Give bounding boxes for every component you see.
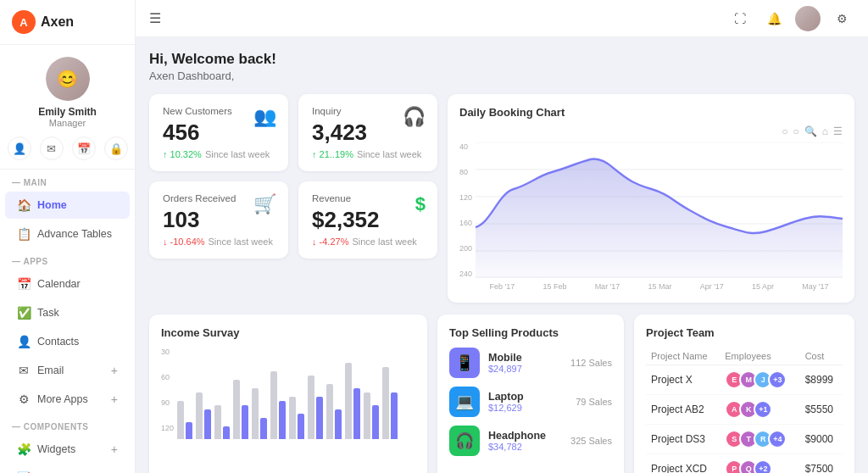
stat-card-orders: 🛒 Orders Received 103 ↓ -10.64%Since las… (149, 181, 288, 259)
revenue-label: Revenue (312, 193, 424, 203)
table-row: Project XCD P Q +2 $7500 (646, 454, 843, 474)
bar-blue-12 (391, 392, 398, 439)
headphone-sales: 325 Sales (570, 436, 612, 446)
stats-cards-group: 👥 New Customers 456 ↑ 10.32%Since last w… (149, 94, 437, 303)
bar-group-8 (308, 376, 323, 439)
project-ds3-employees: S T R +4 (720, 425, 799, 454)
chart-zoom-out-icon[interactable]: ○ (782, 125, 787, 137)
bar-blue-11 (372, 405, 379, 439)
sidebar-task-label: Task (37, 307, 59, 319)
bar-group-7 (289, 397, 304, 439)
email-expand-icon[interactable]: + (111, 364, 118, 377)
project-ab2-cost: $5550 (800, 395, 843, 425)
project-x-cost: $8999 (800, 365, 843, 395)
task-icon: ✅ (17, 306, 31, 320)
chart-menu-icon[interactable]: ☰ (833, 125, 843, 137)
user-profile-area: 😊 Emily Smith Manager 👤 ✉ 📅 🔒 (0, 45, 135, 170)
topbar-right: ⛶ 🔔 ⚙ (727, 6, 854, 31)
sidebar-item-widgets[interactable]: 🧩 Widgets + (5, 436, 130, 463)
sidebar-widgets-label: Widgets (37, 443, 75, 455)
booking-chart-svg-wrap: Feb '1715 FebMar '1715 MarApr '1715 AprM… (476, 142, 843, 291)
bar-blue-4 (242, 405, 248, 439)
top-products-title: Top Selling Products (449, 326, 612, 339)
sidebar-item-contacts[interactable]: 👤 Contacts (5, 328, 130, 355)
chart-search-icon[interactable]: 🔍 (804, 125, 817, 137)
bar-grey-1 (177, 401, 184, 439)
project-name-ab2: Project AB2 (646, 395, 720, 425)
col-cost: Cost (800, 348, 843, 365)
top-row: 👥 New Customers 456 ↑ 10.32%Since last w… (149, 94, 854, 303)
mobile-info: Mobile $24,897 (488, 352, 522, 374)
emp-badge-xcd: +2 (754, 459, 772, 473)
bar-group-6 (270, 371, 286, 439)
sidebar-item-email[interactable]: ✉ Email + (5, 357, 130, 384)
fullscreen-icon[interactable]: ⛶ (727, 6, 753, 31)
notification-bell-icon[interactable]: 🔔 (761, 6, 787, 31)
sidebar-calendar-label: Calendar (37, 278, 81, 290)
chart-home-icon[interactable]: ⌂ (822, 125, 828, 137)
components-section-label: — COMPONENTS (0, 414, 135, 435)
contacts-icon: 👤 (17, 335, 31, 348)
table-header-row: Project Name Employees Cost (646, 348, 843, 365)
user-message-icon[interactable]: ✉ (40, 136, 64, 160)
headphone-info: Headphone $34,782 (488, 430, 546, 452)
income-survey-title: Income Survay (161, 326, 415, 339)
more-apps-expand-icon[interactable]: + (111, 392, 118, 406)
mobile-name: Mobile (488, 352, 522, 364)
sidebar-more-apps-label: More Apps (37, 393, 88, 405)
bar-group-1 (177, 401, 192, 439)
bar-blue-5 (260, 418, 267, 439)
main-area: ☰ ⛶ 🔔 ⚙ Hi, Welcome back! Axen Dashboard… (136, 0, 868, 473)
bar-grey-10 (345, 363, 352, 439)
avatar: 😊 (46, 57, 90, 101)
bar-grey-7 (289, 397, 296, 439)
project-table: Project Name Employees Cost Project X E … (646, 348, 843, 473)
laptop-sales: 79 Sales (576, 397, 612, 407)
emp-avatars-xcd: P Q +2 (725, 459, 794, 473)
stat-card-revenue: $ Revenue $2,352 ↓ -4.27%Since last week (298, 181, 437, 259)
booking-y-labels: 2402001601208040 (459, 142, 476, 278)
product-item-laptop: 💻 Laptop $12,629 79 Sales (449, 387, 612, 417)
project-x-employees: E M J +3 (720, 365, 799, 395)
product-item-headphone: 🎧 Headphone $34,782 325 Sales (449, 426, 612, 456)
bar-group-5 (252, 388, 267, 439)
main-section-label: — MAIN (0, 170, 135, 191)
calendar-icon: 📅 (17, 277, 31, 291)
user-profile-icon[interactable]: 👤 (8, 136, 31, 160)
welcome-sub: Axen Dashboard, (149, 70, 854, 82)
sidebar-item-task[interactable]: ✅ Task (5, 299, 130, 326)
headphone-name: Headphone (488, 430, 546, 442)
project-team-title: Project Team (646, 326, 843, 339)
hamburger-menu[interactable]: ☰ (149, 10, 161, 26)
sidebar-email-label: Email (37, 364, 64, 376)
user-lock-icon[interactable]: 🔒 (104, 136, 128, 160)
settings-gear-icon[interactable]: ⚙ (829, 6, 854, 31)
project-name-xcd: Project XCD (646, 454, 720, 474)
bar-grey-9 (326, 384, 333, 439)
inquiry-icon: 🎧 (403, 106, 426, 128)
emp-badge-x: +3 (768, 370, 787, 389)
bottom-row: Income Survay 120906030 (149, 314, 854, 473)
sidebar-item-calendar[interactable]: 📅 Calendar (5, 270, 130, 298)
widgets-expand-icon[interactable]: + (111, 442, 118, 456)
sidebar-item-more-apps[interactable]: ⚙ More Apps + (5, 386, 130, 413)
income-bar-chart (177, 354, 398, 439)
sidebar-contacts-label: Contacts (37, 336, 79, 348)
bar-grey-2 (196, 392, 203, 439)
table-row: Project X E M J +3 $8999 (646, 365, 843, 395)
chart-zoom-in-icon[interactable]: ○ (793, 125, 799, 137)
sidebar-item-advance-tables[interactable]: 📋 Advance Tables (5, 220, 130, 248)
sidebar-item-home[interactable]: 🏠 Home (5, 192, 130, 219)
project-xcd-cost: $7500 (800, 454, 843, 474)
topbar-user-avatar[interactable] (795, 6, 821, 31)
bar-blue-8 (316, 397, 323, 439)
headphone-icon: 🎧 (449, 426, 480, 456)
revenue-change: ↓ -4.27%Since last week (312, 236, 424, 247)
bar-group-4 (233, 380, 248, 439)
sidebar-item-forms[interactable]: 📝 Forms + (5, 465, 130, 473)
user-calendar-icon[interactable]: 📅 (72, 136, 96, 160)
widgets-icon: 🧩 (17, 442, 31, 456)
bar-blue-7 (298, 414, 304, 439)
project-name-x: Project X (646, 365, 720, 395)
logo-area: A Axen (0, 0, 135, 45)
